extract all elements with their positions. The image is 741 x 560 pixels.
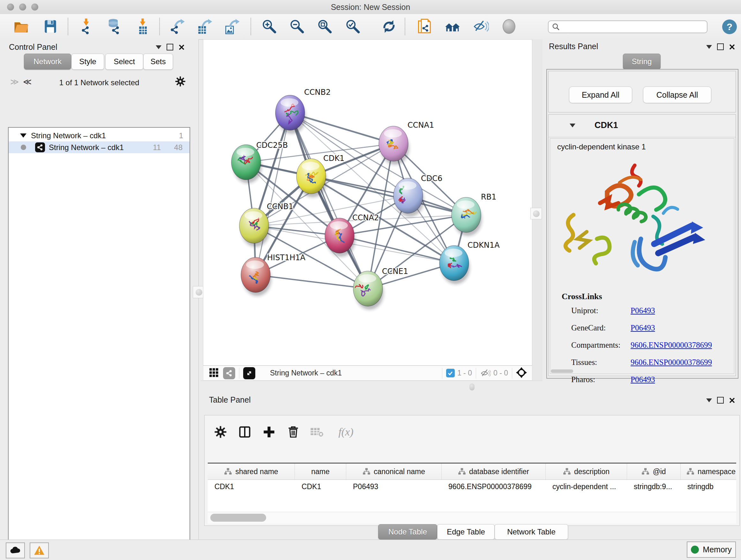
network-node-rb1[interactable]: RB1 [452,192,496,236]
collapse-card-icon[interactable] [569,124,576,127]
refresh-view-button[interactable] [380,17,398,36]
table-options-button[interactable] [211,422,230,442]
column-header-canonical-name[interactable]: canonical name [346,463,442,480]
network-node-ccna1[interactable]: CCNA1 [379,121,434,165]
network-view-mode-button[interactable] [223,367,235,379]
protein-name: CDK1 [595,120,618,130]
import-network-database-button[interactable] [105,17,123,36]
trash-icon [287,426,299,438]
memory-label: Memory [703,545,731,554]
tab-network[interactable]: Network [24,54,71,70]
maximize-panel-icon[interactable] [717,397,724,403]
zoom-selected-button[interactable] [344,17,362,36]
import-string-network-button[interactable] [416,17,434,36]
table-row[interactable]: CDK1 CDK1 P06493 9606.ENSP00000378699 cy… [208,480,736,493]
network-collection-row[interactable]: String Network – cdk1 1 [9,130,190,141]
zoom-fit-button[interactable] [316,17,334,36]
tab-edge-table[interactable]: Edge Table [437,524,495,540]
string-home-button[interactable] [444,17,462,36]
import-network-file-button[interactable] [77,17,95,36]
network-node-hist1h1a[interactable]: HIST1H1A [241,253,306,296]
float-panel-icon[interactable] [706,45,712,49]
network-node-cdc6[interactable]: CDC6 [394,174,442,217]
column-header-id[interactable]: @id [627,463,681,480]
tab-string[interactable]: String [623,54,661,70]
network-edge[interactable] [340,236,454,263]
card-scrollbar-thumb[interactable] [551,369,573,373]
search-input[interactable] [548,20,708,33]
right-splitter-handle[interactable] [530,208,542,219]
column-header-name[interactable]: name [295,463,346,480]
tab-network-table[interactable]: Network Table [495,524,568,540]
close-panel-icon[interactable] [179,44,185,51]
collapse-triangle-icon[interactable] [20,133,26,138]
float-panel-icon[interactable] [156,45,161,49]
selected-nodes-checkbox[interactable] [446,369,455,377]
maximize-panel-icon[interactable] [717,44,724,50]
delete-column-button[interactable] [284,422,303,442]
float-panel-icon[interactable] [706,398,712,402]
network-options-button[interactable] [175,76,186,88]
crosslink-label: Pharos: [571,375,630,384]
fit-content-button[interactable] [516,367,527,379]
show-columns-button[interactable] [235,422,254,442]
scrollbar-thumb[interactable] [210,514,266,522]
eye-button[interactable] [500,17,518,36]
help-button[interactable]: ? [722,19,737,34]
network-node-cdkn1a[interactable]: CDKN1A [440,241,500,284]
close-panel-icon[interactable] [729,44,735,50]
open-session-button[interactable] [12,17,30,36]
crosslink-link[interactable]: P06493 [630,323,655,332]
import-table-button[interactable] [134,17,152,36]
network-edge[interactable] [290,113,368,289]
network-edge[interactable] [256,275,368,289]
memory-button[interactable]: Memory [687,542,736,558]
tab-node-table[interactable]: Node Table [378,524,437,540]
node-label: CCNA1 [408,121,434,130]
crosslink-link[interactable]: P06493 [630,306,655,315]
apply-function-button[interactable]: f(x) [332,422,360,442]
cloud-status-button[interactable] [6,543,25,558]
detach-view-button[interactable] [243,367,255,379]
network-node-ccne1[interactable]: CCNE1 [353,267,408,310]
delete-table-button[interactable] [307,422,327,442]
tab-style[interactable]: Style [71,54,104,70]
column-header-shared-name[interactable]: shared name [208,463,295,480]
tab-select[interactable]: Select [105,54,143,70]
network-view-toolbar: String Network – cdk1 1 - 0 0 - 0 [203,366,532,381]
table-horizontal-scrollbar[interactable] [208,512,736,523]
add-column-button[interactable] [259,422,279,442]
crosslink-link[interactable]: 9606.ENSP00000378699 [630,341,712,350]
column-header-description[interactable]: description [546,463,627,480]
eye-slash-button[interactable] [472,17,489,36]
network-node-cdk1[interactable]: CDK1 [296,154,344,197]
network-type-icon [35,142,45,152]
collapse-all-button[interactable]: Collapse All [643,86,711,103]
hidden-eye-icon[interactable] [480,369,491,378]
save-icon [43,18,58,35]
export-image-button[interactable] [223,17,241,36]
results-buttons-box: Expand All Collapse All [548,71,736,112]
close-panel-icon[interactable] [729,397,735,403]
crosslink-link[interactable]: 9606.ENSP00000378699 [630,358,712,367]
network-node-ccna2[interactable]: CCNA2 [325,213,379,257]
save-session-button[interactable] [42,17,59,36]
network-row-selected[interactable]: String Network – cdk1 11 48 [9,141,190,153]
zoom-out-button[interactable] [288,17,306,36]
network-edge[interactable] [256,113,290,275]
zoom-in-button[interactable] [260,17,278,36]
column-header-namespace[interactable]: namespace [681,463,736,480]
network-canvas[interactable]: CCNB2CCNA1CDC25BCDK1CDC6RB1CCNB1CCNA2CDK… [203,39,532,366]
column-header-database-identifier[interactable]: database identifier [442,463,546,480]
network-node-ccnb2[interactable]: CCNB2 [275,88,331,134]
export-table-button[interactable] [196,17,214,36]
expand-all-button[interactable]: Expand All [569,86,632,103]
maximize-panel-icon[interactable] [166,44,173,51]
warnings-button[interactable] [30,543,49,558]
grid-view-button[interactable] [209,368,219,379]
tab-sets[interactable]: Sets [143,54,173,70]
protein-card-header[interactable]: CDK1 [549,115,736,137]
network-graph[interactable]: CCNB2CCNA1CDC25BCDK1CDC6RB1CCNB1CCNA2CDK… [203,40,533,366]
crosslink-link[interactable]: P06493 [630,375,655,384]
export-network-button[interactable] [169,17,186,36]
